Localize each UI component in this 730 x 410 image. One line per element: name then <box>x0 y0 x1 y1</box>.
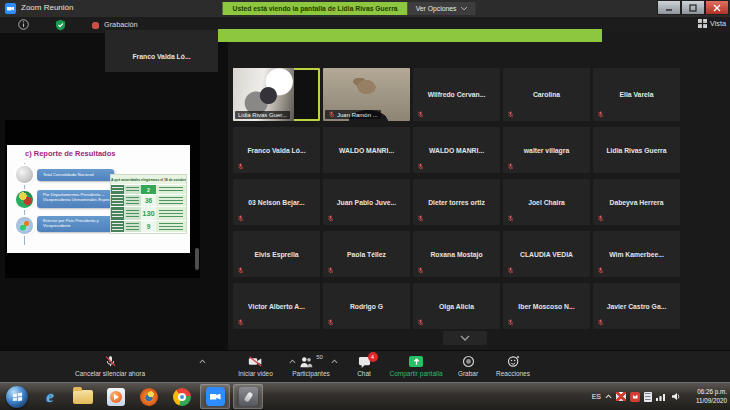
participant-tile[interactable]: Paola Téllez <box>323 231 410 277</box>
participant-tile[interactable]: WALDO MANRI... <box>413 127 500 173</box>
share-screen-label: Compartir pantalla <box>386 370 446 377</box>
minimize-button[interactable] <box>657 0 681 15</box>
tray-expand-icon[interactable] <box>605 394 612 399</box>
reactions-label: Reacciones <box>490 370 536 377</box>
participant-tile[interactable]: Carolina <box>503 68 590 121</box>
chrome-taskbar-button[interactable] <box>167 384 197 409</box>
participant-name: Victor Alberto A... <box>233 283 320 329</box>
collapse-grid-button[interactable] <box>443 331 487 345</box>
participant-tile[interactable]: Wilfredo Cervan... <box>413 68 500 121</box>
notification-icon[interactable] <box>630 392 640 402</box>
participant-tile[interactable]: Juan Pablo Juve... <box>323 179 410 225</box>
language-indicator[interactable]: ES <box>592 393 601 400</box>
view-mode-button[interactable]: Vista <box>698 19 726 28</box>
participant-tile[interactable]: walter villagra <box>503 127 590 173</box>
table-value: 130 <box>141 207 156 220</box>
table-cell <box>124 185 141 194</box>
participant-name: Iber Moscoso N... <box>503 283 590 329</box>
mic-muted-icon <box>327 215 334 222</box>
participant-tile[interactable]: Rodrigo G <box>323 283 410 329</box>
recording-dot <box>92 22 99 29</box>
window-titlebar: Zoom Reunión Usted está viendo la pantal… <box>0 0 730 17</box>
main-area: c) Reporte de Resultados Total Consolida… <box>0 33 730 350</box>
clock-time: 06:26 p.m. <box>685 388 727 397</box>
volume-icon[interactable] <box>671 392 681 401</box>
table-cell <box>111 195 124 206</box>
chevron-up-icon[interactable] <box>331 359 338 364</box>
taskbar-clock[interactable]: 06:26 p.m. 11/09/2020 <box>685 388 727 405</box>
table-cell <box>156 185 186 194</box>
chevron-down-icon <box>460 335 470 341</box>
participant-tile[interactable]: Roxana Mostajo <box>413 231 500 277</box>
table-cell <box>111 185 124 194</box>
participant-tile[interactable]: Elvis Esprella <box>233 231 320 277</box>
participant-tile[interactable]: Franco Valda Ló... <box>233 127 320 173</box>
maximize-button[interactable] <box>681 0 705 15</box>
mic-muted-icon <box>417 267 424 274</box>
flag-icon[interactable] <box>616 392 626 401</box>
view-options-button[interactable]: Ver Opciones <box>408 2 476 15</box>
participant-tile[interactable]: CLAUDIA VEDIA <box>503 231 590 277</box>
slide-banner-item: Total Consolidado Nacional <box>37 169 114 181</box>
media-player-taskbar-button[interactable] <box>101 384 131 409</box>
record-button[interactable]: Grabar <box>448 354 488 381</box>
participant-name: Elia Varela <box>593 68 680 121</box>
participant-tile[interactable]: Dieter torres ortiz <box>413 179 500 225</box>
firefox-taskbar-button[interactable] <box>134 384 164 409</box>
internet-explorer-taskbar-button[interactable]: e <box>35 384 65 409</box>
results-table: ¿A qué autoridades elegiremos el 18 de o… <box>111 175 186 233</box>
chevron-up-icon[interactable] <box>199 359 206 364</box>
participant-name: Roxana Mostajo <box>413 231 500 277</box>
document-icon[interactable] <box>644 392 652 402</box>
participant-name: Joel Chaira <box>503 179 590 225</box>
share-screen-icon <box>409 356 423 367</box>
window-controls <box>657 0 729 15</box>
mic-muted-icon <box>417 215 424 222</box>
zoom-taskbar-button[interactable] <box>200 384 230 409</box>
participant-tile[interactable]: Dabeyva Herrera <box>593 179 680 225</box>
mic-muted-icon <box>327 267 334 274</box>
participant-tile[interactable]: Iber Moscoso N... <box>503 283 590 329</box>
shield-icon[interactable] <box>55 19 66 31</box>
participant-tile[interactable]: 03 Nelson Bejar... <box>233 179 320 225</box>
participant-tile[interactable]: Victor Alberto A... <box>233 283 320 329</box>
mic-muted-icon <box>507 163 514 170</box>
participant-name: Elvis Esprella <box>233 231 320 277</box>
participant-name: Paola Téllez <box>323 231 410 277</box>
participant-name: Franco Valda Ló... <box>132 53 190 60</box>
unmute-button[interactable]: Cancelar silenciar ahora <box>12 354 208 381</box>
media-player-icon <box>107 388 125 406</box>
participant-tile[interactable]: Juan Ramón ... <box>323 68 410 121</box>
mic-muted-icon <box>597 267 604 274</box>
recorder-taskbar-button[interactable] <box>233 384 263 409</box>
participant-tile[interactable]: WALDO MANRI... <box>323 127 410 173</box>
start-taskbar-button[interactable] <box>2 384 32 409</box>
chat-button[interactable]: 4 Chat <box>342 354 386 381</box>
participant-name-label: Juan Ramón ... <box>325 110 381 119</box>
mic-muted-icon <box>417 111 424 118</box>
participant-tile[interactable]: Joel Chaira <box>503 179 590 225</box>
table-cell <box>156 207 186 220</box>
participant-tile[interactable]: Wim Kamerbee... <box>593 231 680 277</box>
internet-explorer-icon: e <box>46 387 54 407</box>
participants-button[interactable]: 50 Participantes <box>282 354 340 381</box>
reactions-button[interactable]: Reacciones <box>490 354 536 381</box>
results-table-header: ¿A qué autoridades elegiremos el 18 de o… <box>111 175 186 185</box>
close-button[interactable] <box>705 0 729 15</box>
file-explorer-taskbar-button[interactable] <box>68 384 98 409</box>
mic-muted-icon <box>237 163 244 170</box>
participant-tile[interactable]: Elia Varela <box>593 68 680 121</box>
participant-tile[interactable]: Javier Castro Ga... <box>593 283 680 329</box>
clock-date: 11/09/2020 <box>685 397 727 406</box>
participant-tile-partial[interactable]: Franco Valda Ló... <box>105 30 218 72</box>
participant-name: Olga Alicia <box>413 283 500 329</box>
participant-tile[interactable]: Olga Alicia <box>413 283 500 329</box>
info-icon[interactable] <box>18 19 29 30</box>
participant-name-label: Lidia Rivas Guer... <box>235 111 290 119</box>
table-value: 9 <box>141 221 156 232</box>
network-icon[interactable] <box>656 392 667 401</box>
participant-tile[interactable]: Lidia Rivas Guer... <box>233 68 320 121</box>
share-screen-button[interactable]: Compartir pantalla <box>386 354 446 381</box>
participant-tile[interactable]: Lidia Rivas Guerra <box>593 127 680 173</box>
shared-slide: c) Reporte de Resultados Total Consolida… <box>7 145 190 253</box>
